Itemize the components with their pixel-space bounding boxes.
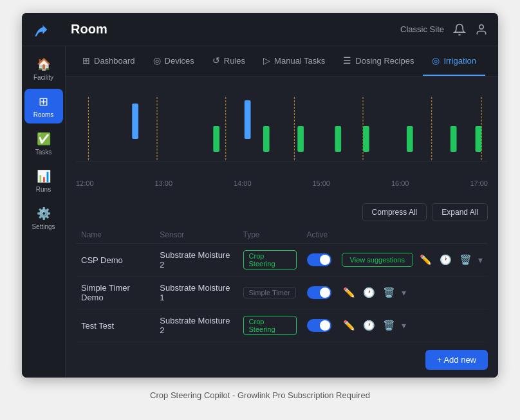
time-label-3: 15:00 [312,179,330,187]
sidebar-item-label: Rooms [33,111,54,118]
tab-manual-tasks[interactable]: ▷ Manual Tasks [254,46,334,76]
edit-icon[interactable]: ✏️ [418,253,433,267]
svg-rect-9 [245,100,251,139]
edit-icon[interactable]: ✏️ [342,318,357,333]
sidebar-item-label: Runs [36,186,51,193]
cell-actions: View suggestions ✏️ 🕐 🗑️ ▾ [337,244,488,277]
svg-rect-14 [363,126,369,152]
top-bar-right: Classic Site [400,23,488,36]
tab-irrigation[interactable]: ◎ Irrigation [423,46,485,76]
type-badge: Crop Steering [243,250,297,269]
edit-icon[interactable]: ✏️ [342,286,357,300]
svg-rect-17 [476,126,482,152]
table-controls: Compress All Expand All [76,203,488,221]
svg-rect-16 [450,126,457,152]
dashboard-tab-icon: ⊞ [82,55,90,66]
cell-sensor: Substrate Moisture 1 [154,277,237,309]
action-icons: ✏️ 🕐 🗑️ ▾ [342,318,483,333]
delete-icon[interactable]: 🗑️ [382,318,396,333]
sidebar-item-facility[interactable]: 🏠 Facility [24,51,63,86]
tab-dashboard[interactable]: ⊞ Dashboard [73,46,144,76]
rules-tab-icon: ↺ [212,55,220,66]
table-area: Compress All Expand All Name Sensor Type… [66,196,498,378]
view-suggestions-button[interactable]: View suggestions [342,253,413,267]
expand-all-button[interactable]: Expand All [432,203,488,221]
tab-rules[interactable]: ↺ Rules [203,46,254,76]
cell-actions: ✏️ 🕐 🗑️ ▾ [337,277,488,309]
delete-icon[interactable]: 🗑️ [382,286,396,300]
settings-icon: ⚙️ [37,206,51,221]
active-toggle[interactable] [307,286,331,299]
user-icon[interactable] [475,23,488,36]
dosing-tab-label: Dosing Recipes [355,56,414,66]
delete-icon[interactable]: 🗑️ [458,253,473,267]
table-row: Simple Timer Demo Substrate Moisture 1 S… [76,277,488,309]
cell-sensor: Substrate Moisture 2 [154,309,237,342]
classic-site-link[interactable]: Classic Site [400,24,444,34]
cell-type: Crop Steering [238,309,302,342]
type-badge: Simple Timer [243,287,296,298]
cell-active [302,277,337,309]
irrigation-tab-icon: ◎ [432,55,440,66]
action-icons: ✏️ 🕐 🗑️ ▾ [342,286,483,300]
tasks-icon: ✅ [37,132,51,146]
col-active: Active [302,226,337,244]
history-icon[interactable]: 🕐 [438,253,453,267]
bottom-caption: Crop Steering Copilot - Growlink Pro Sub… [150,378,370,406]
col-type: Type [238,226,302,244]
history-icon[interactable]: 🕐 [362,286,376,300]
sidebar-item-tasks[interactable]: ✅ Tasks [24,126,63,161]
add-new-button[interactable]: + Add new [425,350,488,370]
cell-actions: ✏️ 🕐 🗑️ ▾ [337,309,488,342]
facility-icon: 🏠 [37,57,51,71]
dashboard-tab-label: Dashboard [94,56,135,66]
history-icon[interactable]: 🕐 [362,318,376,333]
col-actions [337,226,488,244]
active-toggle[interactable] [307,319,331,332]
cell-type: Crop Steering [238,244,302,277]
sidebar-item-label: Tasks [35,149,52,156]
svg-rect-10 [213,126,219,152]
irrigation-table: Name Sensor Type Active CSP Demo Substra… [76,226,488,342]
cell-name: Test Test [76,309,154,342]
cell-name: Simple Timer Demo [76,277,154,309]
sidebar-item-rooms[interactable]: ⊞ Rooms [24,89,63,123]
runs-icon: 📊 [37,169,51,183]
cell-sensor: Substrate Moisture 2 [154,244,237,277]
time-axis: 12:00 13:00 14:00 15:00 16:00 17:00 [76,177,488,187]
svg-rect-8 [132,104,138,139]
nav-tabs: ⊞ Dashboard ◎ Devices ↺ Rules ▷ Manual T… [66,46,498,77]
sidebar-item-label: Facility [33,74,53,81]
rooms-icon: ⊞ [39,95,48,109]
app-container: Room Classic Site 🏠 Facility ⊞ Rooms ✅ [22,13,498,378]
dosing-tab-icon: ☰ [343,55,351,66]
irrigation-tab-label: Irrigation [443,56,476,66]
cell-active [302,244,337,277]
logo-area [32,21,71,39]
active-toggle[interactable] [307,253,331,266]
svg-rect-12 [297,126,304,152]
compress-all-button[interactable]: Compress All [362,203,427,221]
time-label-2: 14:00 [234,179,252,187]
page-title: Room [71,22,400,37]
time-label-5: 17:00 [470,179,488,187]
main-layout: 🏠 Facility ⊞ Rooms ✅ Tasks 📊 Runs ⚙️ Set… [22,46,498,378]
type-badge: Crop Steering [243,316,297,335]
chevron-down-icon[interactable]: ▾ [478,255,483,265]
sidebar-item-runs[interactable]: 📊 Runs [24,163,63,198]
cell-name: CSP Demo [76,244,154,277]
table-row: Test Test Substrate Moisture 2 Crop Stee… [76,309,488,342]
svg-rect-13 [335,126,341,152]
bell-icon[interactable] [453,23,466,36]
chevron-down-icon[interactable]: ▾ [402,288,406,298]
tab-dosing-recipes[interactable]: ☰ Dosing Recipes [334,46,423,76]
time-label-4: 16:00 [391,179,409,187]
logo-icon [32,21,50,39]
tab-devices[interactable]: ◎ Devices [144,46,203,76]
cell-active [302,309,337,342]
chevron-down-icon[interactable]: ▾ [402,320,406,331]
content-area: ⊞ Dashboard ◎ Devices ↺ Rules ▷ Manual T… [66,46,498,378]
col-name: Name [76,226,154,244]
sidebar-item-settings[interactable]: ⚙️ Settings [24,201,63,235]
svg-rect-11 [263,126,270,152]
